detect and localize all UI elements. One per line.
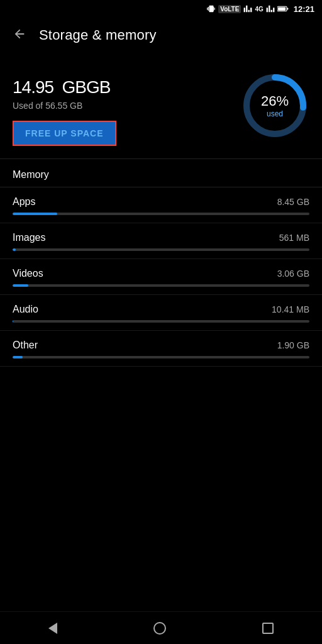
back-button[interactable] — [10, 25, 29, 47]
storage-item-size: 1.90 GB — [277, 340, 309, 350]
storage-unit: GB — [62, 77, 86, 97]
storage-used-gb: 14.95 GBGB — [13, 65, 116, 98]
storage-item[interactable]: Other 1.90 GB — [0, 331, 322, 367]
status-time: 12:21 — [294, 4, 314, 14]
storage-summary: 14.95 GBGB Used of 56.55 GB FREE UP SPAC… — [13, 65, 309, 146]
storage-left: 14.95 GBGB Used of 56.55 GB FREE UP SPAC… — [13, 65, 116, 146]
storage-item-row: Images 561 MB — [13, 232, 309, 243]
main-content: 14.95 GBGB Used of 56.55 GB FREE UP SPAC… — [0, 53, 322, 404]
nav-back-button[interactable] — [36, 618, 70, 639]
storage-item-size: 561 MB — [279, 233, 309, 243]
battery-icon — [277, 5, 289, 13]
storage-item-name: Apps — [13, 196, 35, 208]
storage-item[interactable]: Audio 10.41 MB — [0, 295, 322, 331]
storage-item-row: Apps 8.45 GB — [13, 196, 309, 208]
storage-of-label: Used of 56.55 GB — [13, 101, 116, 111]
storage-item[interactable]: Videos 3.06 GB — [0, 259, 322, 295]
storage-donut-chart: 26% used — [240, 71, 309, 140]
progress-bar-fill — [13, 320, 13, 323]
storage-used-number: 14.95 — [13, 77, 53, 97]
memory-section-header: Memory — [0, 159, 322, 187]
status-bar: VoLTE 4G 12:21 — [0, 0, 322, 18]
progress-bar-bg — [13, 213, 309, 215]
nav-home-button[interactable] — [141, 617, 179, 640]
nav-recents-button[interactable] — [250, 618, 286, 639]
storage-item-size: 8.45 GB — [277, 197, 309, 207]
signal2-icon — [266, 4, 275, 13]
top-nav: Storage & memory — [0, 18, 322, 53]
storage-items-list: Apps 8.45 GB Images 561 MB Videos 3.06 G… — [0, 187, 322, 367]
storage-item-size: 3.06 GB — [277, 269, 309, 279]
donut-percent: 26% — [261, 93, 289, 109]
storage-item-row: Other 1.90 GB — [13, 340, 309, 351]
progress-bar-bg — [13, 356, 309, 358]
4g-badge: 4G — [255, 6, 263, 13]
storage-item-name: Videos — [13, 268, 43, 279]
progress-bar-bg — [13, 320, 309, 323]
signal-icon — [243, 4, 252, 13]
storage-summary-section: 14.95 GBGB Used of 56.55 GB FREE UP SPAC… — [0, 53, 322, 146]
svg-rect-1 — [278, 7, 286, 10]
storage-item-name: Audio — [13, 304, 38, 315]
bottom-nav — [0, 611, 322, 644]
page-title: Storage & memory — [39, 27, 157, 43]
home-nav-icon — [153, 622, 166, 635]
status-icons: VoLTE 4G 12:21 — [207, 4, 314, 14]
progress-bar-fill — [13, 356, 23, 358]
donut-center: 26% used — [261, 93, 289, 118]
progress-bar-bg — [13, 248, 309, 251]
storage-item-name: Other — [13, 340, 38, 351]
back-nav-icon — [48, 623, 57, 634]
storage-item[interactable]: Images 561 MB — [0, 223, 322, 259]
progress-bar-fill — [13, 248, 16, 251]
free-up-space-button[interactable]: FREE UP SPACE — [13, 121, 116, 146]
progress-bar-bg — [13, 284, 309, 287]
progress-bar-fill — [13, 284, 28, 287]
storage-item-name: Images — [13, 232, 45, 243]
storage-item-row: Videos 3.06 GB — [13, 268, 309, 279]
volte-badge: VoLTE — [218, 5, 241, 13]
storage-unit-label: GB — [86, 77, 110, 97]
storage-item[interactable]: Apps 8.45 GB — [0, 187, 322, 223]
donut-used-label: used — [261, 109, 289, 118]
vibrate-icon — [207, 4, 216, 13]
recents-nav-icon — [262, 623, 274, 634]
storage-item-size: 10.41 MB — [272, 304, 309, 314]
svg-rect-2 — [287, 8, 288, 10]
progress-bar-fill — [13, 213, 57, 215]
storage-item-row: Audio 10.41 MB — [13, 304, 309, 315]
